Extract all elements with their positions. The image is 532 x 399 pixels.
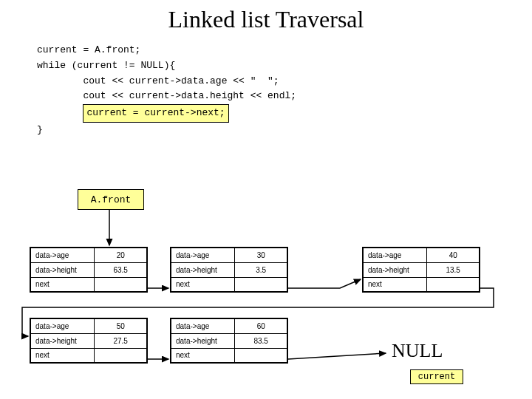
code-line-2: while (current != NULL){ [37,58,296,74]
code-line-3: cout << current->data.age << " "; [37,74,296,89]
node-1: data->age20 data->height63.5 next [30,247,148,293]
code-line-6: } [37,123,296,138]
code-line-1: current = A.front; [37,43,296,58]
node-field-next: next [171,348,235,363]
node-field-height: data->height [30,333,95,348]
node-field-next: next [30,348,95,363]
node-3-height: 13.5 [427,262,480,277]
node-2: data->age30 data->height3.5 next [170,247,288,293]
node-field-next: next [30,277,95,292]
node-1-height: 63.5 [95,262,147,277]
node-4-height: 27.5 [95,333,147,348]
code-line-4: cout << current->data.height << endl; [37,89,296,104]
null-label: NULL [392,340,443,362]
node-5-age: 60 [235,318,287,333]
current-pointer-box: current [410,369,463,384]
node-1-age: 20 [95,248,147,262]
page-title: Linked list Traversal [0,6,532,33]
node-3-age: 40 [427,248,480,262]
node-field-next: next [363,277,427,292]
front-pointer-box: A.front [78,189,144,210]
code-line-5: current = current->next; [37,104,296,123]
node-field-height: data->height [171,333,235,348]
node-2-height: 3.5 [235,262,287,277]
node-field-age: data->age [363,248,427,262]
node-5: data->age60 data->height83.5 next [170,318,288,364]
svg-line-3 [288,353,386,359]
node-3: data->age40 data->height13.5 next [362,247,480,293]
node-field-age: data->age [171,248,235,262]
node-field-next: next [171,277,235,292]
node-4: data->age50 data->height27.5 next [30,318,148,364]
node-2-age: 30 [235,248,287,262]
node-field-height: data->height [171,262,235,277]
node-5-height: 83.5 [235,333,287,348]
node-4-age: 50 [95,318,147,333]
node-field-age: data->age [171,318,235,333]
node-field-height: data->height [30,262,95,277]
code-block: current = A.front; while (current != NUL… [37,43,296,138]
node-field-age: data->age [30,318,95,333]
node-field-height: data->height [363,262,427,277]
node-field-age: data->age [30,248,95,262]
